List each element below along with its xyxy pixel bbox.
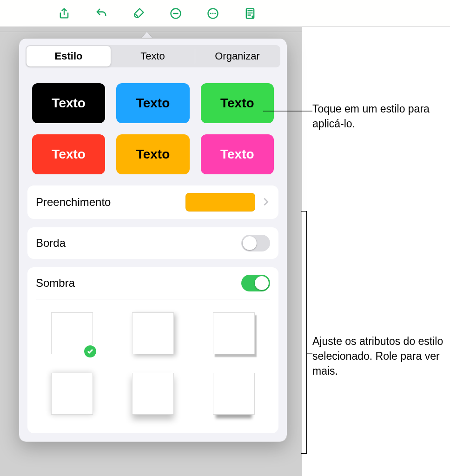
shadow-option-5[interactable] (132, 373, 174, 415)
shadow-option-2[interactable] (132, 312, 174, 354)
border-toggle[interactable] (241, 235, 270, 251)
fill-card: Preenchimento (27, 185, 278, 219)
shadow-toggle[interactable] (241, 275, 270, 291)
more-icon[interactable] (205, 6, 220, 21)
tab-text[interactable]: Texto (111, 46, 195, 66)
checkmark-icon (83, 344, 97, 358)
format-popover: Estilo Texto Organizar Texto Texto Texto… (19, 38, 287, 442)
fill-label: Preenchimento (36, 196, 111, 209)
border-label: Borda (36, 237, 66, 250)
style-preset-red[interactable]: Texto (32, 134, 105, 174)
style-presets-grid: Texto Texto Texto Texto Texto Texto (19, 72, 287, 185)
svg-point-3 (212, 13, 214, 14)
style-preset-black[interactable]: Texto (32, 83, 105, 123)
callout-adjust: Ajuste os atributos do estilo selecionad… (312, 334, 447, 379)
tab-style[interactable]: Estilo (26, 46, 111, 66)
shadow-option-3[interactable] (213, 312, 255, 354)
svg-point-2 (210, 13, 212, 14)
shadow-option-1[interactable] (51, 312, 93, 354)
shadow-options-grid (27, 299, 278, 433)
fill-color-swatch[interactable] (185, 193, 255, 212)
svg-point-6 (251, 15, 254, 18)
format-brush-icon[interactable] (131, 6, 146, 21)
style-preset-green[interactable]: Texto (201, 83, 274, 123)
style-preset-orange[interactable]: Texto (116, 134, 189, 174)
style-preset-blue[interactable]: Texto (116, 83, 189, 123)
tab-arrange[interactable]: Organizar (195, 46, 279, 66)
shadow-option-6[interactable] (213, 373, 255, 415)
document-view-icon[interactable] (243, 6, 258, 21)
style-preset-pink[interactable]: Texto (201, 134, 274, 174)
chevron-right-icon (262, 196, 270, 209)
fill-row[interactable]: Preenchimento (27, 185, 278, 219)
comment-icon[interactable] (168, 6, 183, 21)
shadow-row: Sombra (27, 267, 278, 299)
svg-point-4 (214, 13, 216, 14)
undo-icon[interactable] (94, 6, 109, 21)
callout-tap-style: Toque em um estilo para aplicá-lo. (312, 101, 443, 131)
border-row: Borda (27, 227, 278, 259)
app-toolbar (0, 0, 450, 27)
shadow-label: Sombra (36, 277, 75, 290)
callout-bracket (301, 211, 307, 454)
shadow-option-4[interactable] (51, 373, 93, 415)
segmented-control: Estilo Texto Organizar (26, 45, 280, 67)
shadow-card: Sombra (27, 267, 278, 433)
border-card: Borda (27, 227, 278, 259)
share-icon[interactable] (57, 6, 72, 21)
